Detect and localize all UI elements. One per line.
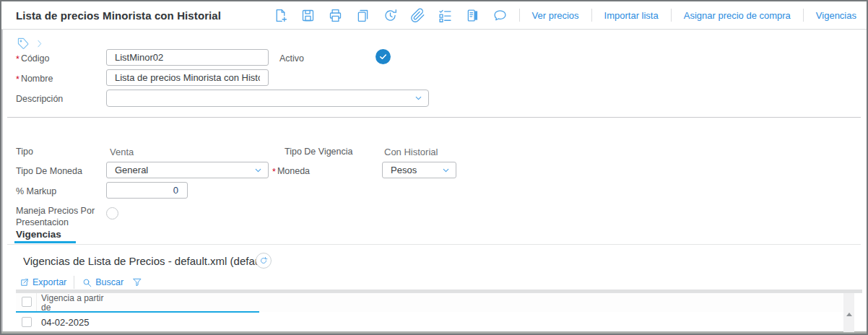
nombre-input[interactable] xyxy=(106,69,269,86)
chevron-right-icon[interactable] xyxy=(35,38,44,49)
link-separator xyxy=(671,9,672,22)
moneda-value: Pesos xyxy=(391,165,417,175)
section-divider xyxy=(7,117,861,118)
new-document-icon[interactable] xyxy=(272,7,289,24)
grid-toolbar: Exportar Buscar xyxy=(19,276,143,289)
tipo-label: Tipo xyxy=(16,147,33,157)
link-ver-precios[interactable]: Ver precios xyxy=(531,10,581,21)
tipo-value: Venta xyxy=(110,147,134,157)
required-marker: * xyxy=(272,167,276,177)
descripcion-combobox[interactable] xyxy=(106,90,429,107)
tipo-vigencia-label: Tipo De Vigencia xyxy=(285,147,353,157)
filter-icon[interactable] xyxy=(131,277,143,289)
comment-icon[interactable] xyxy=(492,7,508,24)
column-header-vigencia[interactable]: Vigencia a partir de xyxy=(41,294,108,313)
activo-checkbox-checked[interactable] xyxy=(376,49,391,64)
descripcion-label: Descripción xyxy=(16,94,63,104)
chevron-down-icon[interactable] xyxy=(253,165,263,175)
tipo-moneda-label: Tipo De Moneda xyxy=(16,166,82,176)
search-icon xyxy=(82,277,92,288)
attachment-icon[interactable] xyxy=(409,7,426,24)
print-icon[interactable] xyxy=(327,7,344,24)
toolbar-separator xyxy=(519,9,520,22)
toolbar-separator xyxy=(74,276,74,289)
maneja-precios-checkbox-unchecked[interactable] xyxy=(106,207,118,219)
markup-label: % Markup xyxy=(16,186,56,196)
column-separator xyxy=(36,293,37,312)
link-separator xyxy=(803,9,804,22)
tag-row xyxy=(17,38,44,50)
moneda-label: *Moneda xyxy=(272,166,310,176)
chevron-down-icon[interactable] xyxy=(441,165,451,175)
tipo-moneda-value: General xyxy=(115,165,148,175)
link-separator xyxy=(591,9,592,22)
activo-label: Activo xyxy=(279,53,304,64)
page-title: Lista de precios Minorista con Historial xyxy=(16,9,221,22)
select-all-checkbox[interactable] xyxy=(22,297,32,307)
codigo-input[interactable] xyxy=(106,49,269,66)
tipo-vigencia-value: Con Historial xyxy=(384,147,438,157)
moneda-select[interactable]: Pesos xyxy=(382,162,456,178)
required-marker: * xyxy=(16,54,19,64)
codigo-label: *Código xyxy=(16,53,50,64)
copy-icon[interactable] xyxy=(355,7,371,24)
tab-active-underline xyxy=(14,241,76,243)
buscar-button[interactable]: Buscar xyxy=(82,277,123,288)
export-icon xyxy=(19,277,30,288)
tag-icon[interactable] xyxy=(17,38,30,50)
row-checkbox[interactable] xyxy=(22,317,32,327)
refresh-icon[interactable] xyxy=(256,253,272,269)
window-header: Lista de precios Minorista con Historial xyxy=(1,1,867,30)
tipo-moneda-select[interactable]: General xyxy=(106,162,269,178)
price-list-window: Lista de precios Minorista con Historial xyxy=(0,0,868,335)
vigencia-cell: 04-02-2025 xyxy=(41,317,90,328)
nombre-label: *Nombre xyxy=(16,74,53,84)
chevron-down-icon[interactable] xyxy=(414,94,423,103)
header-toolbar: Ver precios Importar lista Asignar preci… xyxy=(272,7,858,24)
exportar-button[interactable]: Exportar xyxy=(19,277,66,288)
table-row[interactable]: 04-02-2025 xyxy=(16,313,843,331)
scroll-up-arrow-icon[interactable] xyxy=(846,313,852,316)
link-importar-lista[interactable]: Importar lista xyxy=(603,10,660,21)
markup-input[interactable] xyxy=(106,182,188,199)
vertical-scrollbar[interactable] xyxy=(843,293,854,332)
tabstrip-divider xyxy=(7,244,861,245)
history-icon[interactable] xyxy=(382,7,399,24)
required-marker: * xyxy=(16,74,19,84)
tab-vigencias[interactable]: Vigencias xyxy=(16,229,61,240)
grid-title: Vigencias de Lista de Precios - default.… xyxy=(23,255,270,267)
link-asignar-precio-compra[interactable]: Asignar precio de compra xyxy=(682,10,792,21)
report-icon[interactable] xyxy=(464,7,481,24)
grid-header-row: Vigencia a partir de xyxy=(16,293,843,312)
link-vigencias[interactable]: Vigencias xyxy=(815,10,858,21)
checklist-icon[interactable] xyxy=(437,7,453,24)
save-icon[interactable] xyxy=(300,7,316,24)
maneja-precios-label: Maneja Precios Por Presentacion xyxy=(16,206,104,228)
